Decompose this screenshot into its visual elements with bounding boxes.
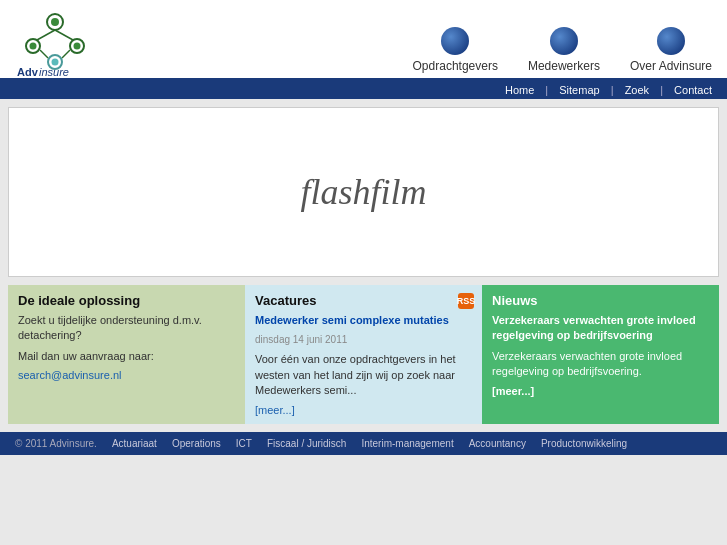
footer-productonwikkeling[interactable]: Productonwikkeling bbox=[541, 438, 627, 449]
section-ideale-oplossing: De ideale oplossing Zoekt u tijdelijke o… bbox=[8, 285, 245, 424]
svg-point-1 bbox=[51, 18, 59, 26]
nav-over[interactable]: Over Advinsure bbox=[630, 27, 712, 73]
footer-ict[interactable]: ICT bbox=[236, 438, 252, 449]
nav-opdrachtgevers[interactable]: Opdrachtgevers bbox=[413, 27, 498, 73]
footer-actuariaat[interactable]: Actuariaat bbox=[112, 438, 157, 449]
nav-items: Opdrachtgevers Medewerkers Over Advinsur… bbox=[413, 27, 712, 78]
nav-ball-over bbox=[657, 27, 685, 55]
footer-interim[interactable]: Interim-management bbox=[361, 438, 453, 449]
rss-icon: RSS bbox=[458, 293, 474, 309]
logo-icon: Adv insure bbox=[15, 10, 95, 78]
nav-ball-opdrachtgevers bbox=[441, 27, 469, 55]
footer-accountancy[interactable]: Accountancy bbox=[469, 438, 526, 449]
nav-label-over: Over Advinsure bbox=[630, 59, 712, 73]
topbar-contact[interactable]: Contact bbox=[674, 84, 712, 96]
section-left-email[interactable]: search@advinsure.nl bbox=[18, 369, 122, 381]
vacature-title: Medewerker semi complexe mutaties bbox=[255, 313, 472, 328]
header: Adv insure Opdrachtgevers Medewerkers Ov… bbox=[0, 0, 727, 81]
footer-fiscaal[interactable]: Fiscaal / Juridisch bbox=[267, 438, 346, 449]
nav-label-opdrachtgevers: Opdrachtgevers bbox=[413, 59, 498, 73]
section-nieuws: Nieuws Verzekeraars verwachten grote inv… bbox=[482, 285, 719, 424]
news-more[interactable]: [meer...] bbox=[492, 385, 534, 397]
flash-area: flashfilm bbox=[8, 107, 719, 277]
top-bar: Home | Sitemap | Zoek | Contact bbox=[0, 81, 727, 99]
section-right-title: Nieuws bbox=[492, 293, 709, 308]
section-left-title: De ideale oplossing bbox=[18, 293, 235, 308]
svg-line-11 bbox=[62, 50, 70, 58]
nav-ball-medewerkers bbox=[550, 27, 578, 55]
logo-area: Adv insure bbox=[15, 10, 95, 78]
svg-point-7 bbox=[52, 59, 59, 66]
svg-point-5 bbox=[74, 43, 81, 50]
svg-line-8 bbox=[37, 30, 55, 40]
vacature-date: dinsdag 14 juni 2011 bbox=[255, 333, 472, 347]
svg-text:Adv: Adv bbox=[17, 66, 39, 78]
section-left-p2: Mail dan uw aanvraag naar: bbox=[18, 349, 235, 364]
svg-line-9 bbox=[55, 30, 73, 40]
svg-text:insure: insure bbox=[39, 66, 69, 78]
footer-copyright: © 2011 Advinsure. bbox=[15, 438, 97, 449]
section-middle-title: Vacatures bbox=[255, 293, 472, 308]
section-left-p1: Zoekt u tijdelijke ondersteuning d.m.v. … bbox=[18, 313, 235, 344]
nav-medewerkers[interactable]: Medewerkers bbox=[528, 27, 600, 73]
news-body: Verzekeraars verwachten grote invloed re… bbox=[492, 349, 709, 380]
content-sections: De ideale oplossing Zoekt u tijdelijke o… bbox=[8, 285, 719, 424]
svg-line-10 bbox=[40, 50, 48, 58]
flash-text: flashfilm bbox=[300, 171, 426, 213]
vacature-more[interactable]: [meer...] bbox=[255, 404, 295, 416]
nav-label-medewerkers: Medewerkers bbox=[528, 59, 600, 73]
news-title[interactable]: Verzekeraars verwachten grote invloed re… bbox=[492, 314, 696, 341]
svg-point-3 bbox=[30, 43, 37, 50]
topbar-home[interactable]: Home bbox=[505, 84, 534, 96]
vacature-description: Voor één van onze opdrachtgevers in het … bbox=[255, 352, 472, 398]
footer-operations[interactable]: Operations bbox=[172, 438, 221, 449]
topbar-zoek[interactable]: Zoek bbox=[625, 84, 649, 96]
topbar-sitemap[interactable]: Sitemap bbox=[559, 84, 599, 96]
footer: © 2011 Advinsure. Actuariaat Operations … bbox=[0, 432, 727, 455]
section-vacatures: Vacatures RSS Medewerker semi complexe m… bbox=[245, 285, 482, 424]
